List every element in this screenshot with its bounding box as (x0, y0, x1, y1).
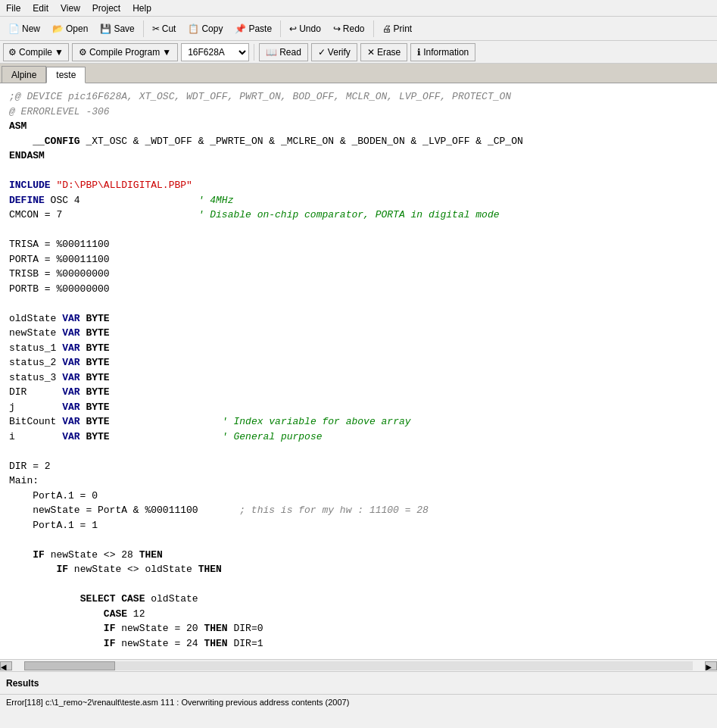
menu-view[interactable]: View (55, 2, 86, 15)
device-select[interactable]: 16F628A 16F84A 16F877A (181, 43, 249, 61)
open-label: Open (66, 23, 88, 34)
results-bar: Results (0, 671, 717, 694)
scroll-left-btn[interactable]: ◄ (0, 661, 12, 670)
menu-edit[interactable]: Edit (26, 2, 55, 15)
save-label: Save (114, 23, 134, 34)
status-bar: Error[118] c:\1_remo~2\renault\teste.asm… (0, 694, 717, 709)
print-icon: 🖨 (382, 23, 391, 34)
new-button[interactable]: 📄 New (3, 19, 45, 39)
undo-icon: ↩ (289, 23, 297, 34)
tab-teste[interactable]: teste (46, 67, 86, 83)
copy-label: Copy (201, 23, 223, 34)
verify-icon: ✓ (318, 47, 326, 58)
menu-help[interactable]: Help (126, 2, 157, 15)
information-label: Information (423, 47, 469, 58)
cut-icon: ✂ (152, 23, 160, 34)
information-button[interactable]: ℹ Information (410, 43, 475, 61)
compile-program-button[interactable]: ⚙ Compile Program ▼ (72, 43, 178, 61)
separator-3 (373, 20, 374, 37)
compile-dropdown-arrow: ▼ (55, 47, 64, 58)
status-text: Error[118] c:\1_remo~2\renault\teste.asm… (6, 698, 349, 707)
print-button[interactable]: 🖨 Print (377, 19, 418, 39)
read-label: Read (279, 47, 301, 58)
copy-icon: 📋 (188, 23, 199, 34)
compile-button[interactable]: ⚙ Compile ▼ (3, 43, 69, 61)
scrollbar-track[interactable] (24, 661, 693, 670)
new-icon: 📄 (8, 23, 20, 34)
erase-button[interactable]: ✕ Erase (360, 43, 407, 61)
compile-program-label: Compile Program (89, 47, 160, 58)
compile-icon: ⚙ (8, 47, 17, 58)
menu-bar: File Edit View Project Help (0, 0, 717, 17)
redo-button[interactable]: ↪ Redo (328, 19, 370, 39)
information-icon: ℹ (417, 47, 421, 58)
compile-program-icon: ⚙ (79, 47, 87, 58)
menu-project[interactable]: Project (86, 2, 126, 15)
redo-label: Redo (343, 23, 365, 34)
results-label: Results (6, 678, 39, 689)
compile-bar: ⚙ Compile ▼ ⚙ Compile Program ▼ 16F628A … (0, 41, 717, 64)
open-icon: 📂 (52, 23, 64, 34)
tab-alpine[interactable]: Alpine (2, 66, 46, 83)
compile-label: Compile (19, 47, 52, 58)
paste-icon: 📌 (235, 23, 246, 34)
erase-icon: ✕ (367, 47, 375, 58)
new-label: New (22, 23, 40, 34)
erase-label: Erase (377, 47, 401, 58)
scrollbar-thumb[interactable] (24, 661, 115, 670)
redo-icon: ↪ (333, 23, 341, 34)
separator-4 (254, 44, 254, 61)
undo-label: Undo (299, 23, 321, 34)
undo-button[interactable]: ↩ Undo (284, 19, 326, 39)
cut-label: Cut (162, 23, 176, 34)
editor-container: ;@ DEVICE pic16F628A, XT_OSC, WDT_OFF, P… (0, 83, 717, 671)
read-button[interactable]: 📖 Read (259, 43, 308, 61)
cut-button[interactable]: ✂ Cut (147, 19, 182, 39)
verify-button[interactable]: ✓ Verify (311, 43, 357, 61)
verify-label: Verify (328, 47, 351, 58)
save-button[interactable]: 💾 Save (95, 19, 139, 39)
copy-button[interactable]: 📋 Copy (182, 19, 228, 39)
read-icon: 📖 (266, 47, 277, 58)
separator-2 (280, 20, 281, 37)
horizontal-scrollbar[interactable]: ◄ ► (0, 659, 717, 671)
open-button[interactable]: 📂 Open (47, 19, 93, 39)
paste-button[interactable]: 📌 Paste (229, 19, 277, 39)
menu-file[interactable]: File (0, 2, 26, 15)
paste-label: Paste (248, 23, 272, 34)
save-icon: 💾 (100, 23, 111, 34)
toolbar: 📄 New 📂 Open 💾 Save ✂ Cut 📋 Copy 📌 Paste… (0, 17, 717, 41)
scroll-right-btn[interactable]: ► (705, 661, 717, 670)
separator-1 (143, 20, 144, 37)
editor-content[interactable]: ;@ DEVICE pic16F628A, XT_OSC, WDT_OFF, P… (0, 83, 717, 659)
print-label: Print (394, 23, 413, 34)
compile-program-arrow: ▼ (162, 47, 171, 58)
tab-bar: Alpine teste (0, 64, 717, 83)
